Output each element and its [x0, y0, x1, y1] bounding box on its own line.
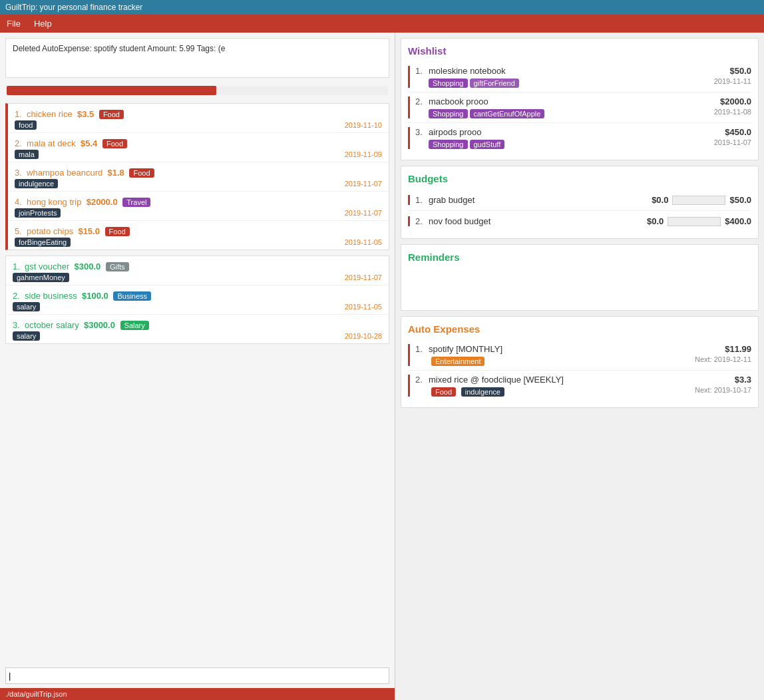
budget-name: grab budget [429, 195, 652, 205]
budget-progress-bar [672, 196, 725, 205]
wish-name: airpods prooo [429, 127, 698, 137]
auto-accent [408, 375, 410, 397]
wish-tag: giftForFriend [470, 79, 519, 88]
expense-category: Food [102, 139, 127, 148]
wish-tag: Shopping [429, 109, 468, 118]
income-category: Business [113, 291, 151, 301]
wish-date: 2019-11-08 [698, 108, 751, 116]
budget-name: nov food budget [429, 216, 647, 226]
wish-tag: gudStuff [470, 140, 505, 149]
menu-help[interactable]: Help [34, 19, 52, 29]
menu-file[interactable]: File [7, 19, 21, 29]
wish-amount: $50.0 [698, 66, 751, 76]
wishlist-accent [408, 127, 410, 149]
budget-total: $400.0 [725, 216, 751, 226]
wishlist-accent [408, 66, 410, 88]
expense-tag: joinProtests [15, 208, 61, 218]
wish-tag: Shopping [429, 79, 468, 88]
budget-spent: $0.0 [652, 195, 668, 205]
expense-num: 3. [15, 168, 22, 178]
wish-amount: $450.0 [698, 127, 751, 137]
expense-list-item[interactable]: 5. potato chips $15.0 Food forBingeEatin… [8, 221, 389, 250]
wishlist-item: 2. macbook prooo ShoppingcantGetEnufOfAp… [408, 92, 751, 123]
wish-tags: ShoppinggudStuff [429, 139, 698, 149]
auto-tag: Food [431, 387, 456, 397]
income-title: 2. side business $100.0 Business [13, 291, 151, 301]
auto-expense-item: 1. spotify [MONTHLY] Entertainment $11.9… [408, 340, 751, 371]
income-num: 3. [13, 320, 20, 330]
auto-content: spotify [MONTHLY] Entertainment [429, 344, 695, 366]
income-list-item[interactable]: 1. gst voucher $300.0 Gifts gahmenMoney … [6, 256, 389, 285]
income-amount: $100.0 [82, 291, 108, 301]
auto-next: Next: 2019-10-17 [695, 386, 751, 394]
expense-title: 2. mala at deck $5.4 Food [15, 138, 127, 148]
income-list-item[interactable]: 2. side business $100.0 Business salary … [6, 285, 389, 315]
budget-num: 1. [415, 195, 429, 205]
wish-name: macbook prooo [429, 96, 698, 106]
wish-date: 2019-11-07 [698, 138, 751, 146]
auto-expenses-title: Auto Expenses [408, 323, 751, 335]
expense-title: 3. whampoa beancurd $1.8 Food [15, 168, 154, 178]
auto-name: mixed rice @ foodclique [WEEKLY] [429, 375, 695, 385]
auto-amount: $11.99 [695, 344, 751, 354]
auto-right: $11.99 Next: 2019-12-11 [695, 344, 751, 363]
expense-list-item[interactable]: 2. mala at deck $5.4 Food mala 2019-11-0… [8, 133, 389, 162]
wish-right: $50.0 2019-11-11 [698, 66, 751, 85]
auto-tags: Entertainment [429, 356, 695, 366]
budget-num: 2. [415, 216, 429, 226]
income-category: Salary [120, 321, 149, 330]
wish-num: 2. [415, 96, 429, 106]
budget-item: 2. nov food budget $0.0 $400.0 [408, 211, 751, 232]
budget-accent [408, 195, 410, 205]
auto-num: 2. [415, 375, 429, 385]
wish-right: $2000.0 2019-11-08 [698, 96, 751, 116]
expense-list-item[interactable]: 4. hong kong trip $2000.0 Travel joinPro… [8, 192, 389, 221]
wish-name: moleskine notebook [429, 66, 698, 76]
command-input[interactable] [9, 671, 386, 681]
income-category: Gifts [106, 262, 129, 271]
left-panel: Deleted AutoExpense: spotify student Amo… [0, 33, 395, 700]
expense-tag: food [15, 120, 37, 130]
expense-amount: $15.0 [78, 226, 100, 236]
income-date: 2019-11-07 [345, 273, 382, 281]
wishlist-panel: Wishlist 1. moleskine notebook Shoppingg… [401, 38, 759, 160]
expense-amount: $1.8 [107, 168, 124, 178]
wish-num: 3. [415, 127, 429, 137]
expense-list-item[interactable]: 1. chicken rice $3.5 Food food 2019-11-1… [8, 104, 389, 133]
expense-list-item[interactable]: 3. whampoa beancurd $1.8 Food indulgence… [8, 162, 389, 192]
auto-accent [408, 344, 410, 366]
expense-category: Travel [122, 198, 150, 207]
income-tag: salary [13, 331, 40, 341]
wishlist-accent [408, 96, 410, 118]
budget-progress-bar [668, 217, 721, 226]
expense-amount: $5.4 [81, 138, 97, 148]
expense-title: 5. potato chips $15.0 Food [15, 226, 130, 236]
notification-text: Deleted AutoExpense: spotify student Amo… [13, 44, 225, 53]
expense-category: Food [99, 110, 124, 119]
status-bar: ./data/guiltTrip.json [0, 688, 395, 700]
main-layout: Deleted AutoExpense: spotify student Amo… [0, 33, 764, 700]
expense-date: 2019-11-07 [345, 209, 382, 217]
reminders-panel: Reminders [401, 244, 759, 311]
auto-tags: Food indulgence [429, 387, 695, 397]
budgets-panel: Budgets 1. grab budget $0.0 $50.0 2. nov… [401, 166, 759, 239]
auto-tag: Entertainment [431, 357, 484, 366]
auto-amount: $3.3 [695, 375, 751, 385]
expense-num: 2. [15, 138, 22, 148]
left-sections: 1. chicken rice $3.5 Food food 2019-11-1… [0, 100, 395, 663]
wish-amount: $2000.0 [698, 96, 751, 106]
income-amount: $3000.0 [84, 320, 115, 330]
wish-content: airpods prooo ShoppinggudStuff [429, 127, 698, 149]
expense-category: Food [129, 168, 154, 178]
auto-next: Next: 2019-12-11 [695, 355, 751, 363]
expense-date: 2019-11-10 [345, 121, 382, 129]
progress-bar-container [7, 86, 388, 95]
budget-spent: $0.0 [647, 216, 664, 226]
expense-tag: forBingeEating [15, 238, 71, 247]
auto-num: 1. [415, 344, 429, 354]
income-num: 2. [13, 291, 20, 301]
income-title: 3. october salary $3000.0 Salary [13, 320, 149, 330]
auto-expense-item: 2. mixed rice @ foodclique [WEEKLY] Food… [408, 371, 751, 401]
expense-num: 4. [15, 197, 22, 207]
income-list-item[interactable]: 3. october salary $3000.0 Salary salary … [6, 315, 389, 343]
